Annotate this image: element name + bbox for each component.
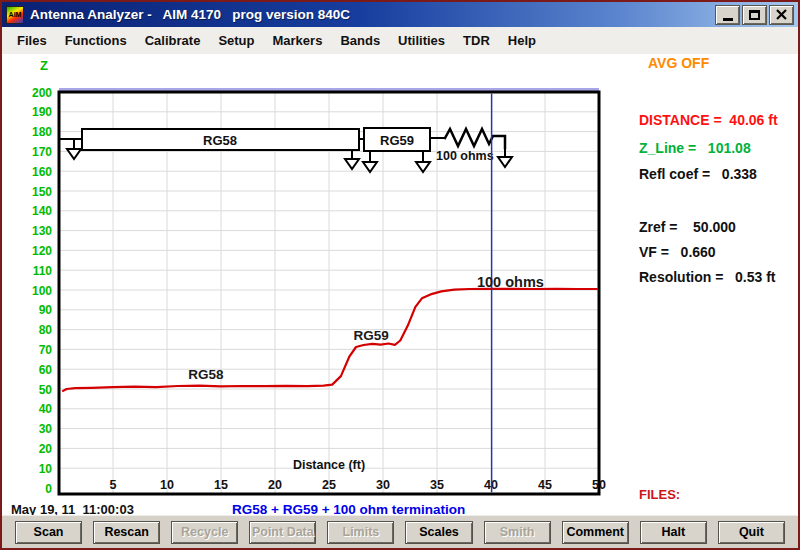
y-tick-label: 110: [33, 264, 53, 278]
z-line-readout: Z_Line = 101.08: [639, 140, 751, 156]
button-smith: Smith: [484, 521, 551, 544]
y-tick-label: 0: [45, 482, 52, 496]
rg58-box-label: RG58: [203, 133, 237, 148]
button-limits: Limits: [327, 521, 394, 544]
resolution-readout: Resolution = 0.53 ft: [639, 269, 776, 285]
x-tick-label: 30: [376, 478, 390, 492]
y-tick-label: 90: [39, 303, 53, 317]
x-tick-label: 25: [322, 478, 336, 492]
refl-coef-readout: Refl coef = 0.338: [639, 166, 757, 182]
avg-status-readout: AVG OFF: [648, 55, 709, 71]
y-tick-label: 150: [32, 185, 52, 199]
x-tick-label: 50: [592, 478, 606, 492]
x-tick-label: 10: [160, 478, 174, 492]
trace-annotation: RG59: [353, 328, 388, 343]
y-tick-label: 100: [32, 284, 52, 298]
y-tick-label: 10: [39, 462, 53, 476]
rg59-box-label: RG59: [380, 133, 414, 148]
y-tick-label: 190: [32, 105, 52, 119]
y-tick-label: 80: [39, 323, 53, 337]
x-tick-label: 45: [538, 478, 552, 492]
button-scales[interactable]: Scales: [405, 521, 472, 544]
y-tick-label: 170: [32, 145, 52, 159]
x-tick-label: 15: [214, 478, 228, 492]
y-tick-label: 70: [39, 343, 53, 357]
y-tick-label: 160: [32, 165, 52, 179]
app-window: AIM Antenna Analyzer - AIM 4170 prog ver…: [0, 0, 800, 550]
x-tick-label: 5: [110, 478, 117, 492]
button-recycle: Recycle: [171, 521, 238, 544]
y-axis-title: Z: [40, 58, 48, 73]
y-tick-label: 120: [32, 244, 52, 258]
y-tick-label: 20: [39, 442, 53, 456]
button-rescan[interactable]: Rescan: [93, 521, 160, 544]
y-tick-label: 40: [39, 402, 53, 416]
trace-annotation: RG58: [188, 367, 224, 382]
button-quit[interactable]: Quit: [718, 521, 785, 544]
resistor-value-label: 100 ohms: [436, 149, 494, 163]
button-comment[interactable]: Comment: [562, 521, 629, 544]
trace-annotation: 100 ohms: [477, 274, 544, 290]
y-tick-label: 60: [39, 363, 53, 377]
y-tick-label: 200: [32, 86, 52, 100]
zref-readout: Zref = 50.000: [639, 219, 736, 235]
files-heading: FILES:: [639, 487, 762, 504]
x-tick-label: 20: [268, 478, 282, 492]
y-tick-label: 130: [32, 224, 52, 238]
y-tick-label: 50: [39, 383, 53, 397]
vf-readout: VF = 0.660: [639, 244, 716, 260]
y-tick-label: 30: [39, 422, 53, 436]
y-tick-label: 180: [32, 125, 52, 139]
button-point-data: Point Data: [249, 521, 316, 544]
button-scan[interactable]: Scan: [15, 521, 82, 544]
button-halt[interactable]: Halt: [640, 521, 707, 544]
x-tick-label: 35: [430, 478, 444, 492]
distance-readout: DISTANCE = 40.06 ft: [639, 112, 778, 128]
y-tick-label: 140: [32, 204, 52, 218]
x-axis-title: Distance (ft): [293, 458, 365, 472]
button-bar: ScanRescanRecyclePoint DataLimitsScalesS…: [2, 515, 798, 548]
